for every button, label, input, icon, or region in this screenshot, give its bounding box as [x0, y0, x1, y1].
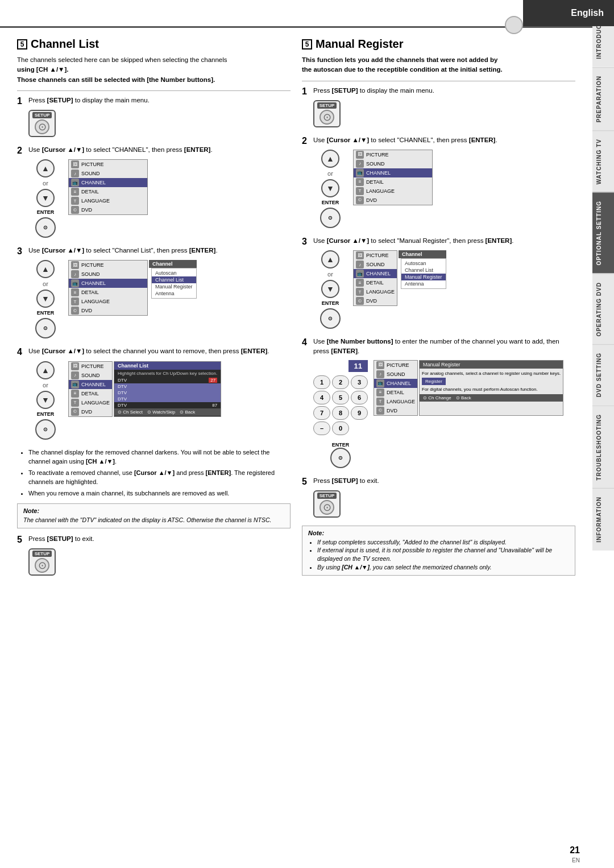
channel-list-title: 5 Channel List — [17, 38, 291, 51]
channel-submenu-mr3: Channel Autoscan Channel List Manual Reg… — [399, 250, 446, 306]
remote-cluster-3: ▲ or ▼ ENTER ⊙ — [28, 260, 63, 338]
channel-number-display: 11 — [349, 360, 368, 372]
number-buttons-group: 11 1 2 3 4 5 6 7 8 9 – 0 — [313, 360, 368, 468]
checkbox-icon: 5 — [17, 39, 27, 49]
sidebar-tab-troubleshooting: TROUBLESHOOTING — [592, 406, 614, 489]
num-0: 0 — [332, 421, 349, 435]
sidebar-tab-preparation: PREPARATION — [592, 67, 614, 130]
cl-step2-illustration: ▲ or ▼ ENTER ⊙ 🖼 PICTURE ♪ SOUND — [28, 159, 291, 238]
manual-register-section: 5 Manual Register This function lets you… — [302, 38, 575, 584]
cursor-down-btn-4: ▼ — [36, 391, 55, 409]
sidebar-tab-dvd-setting: DVD SETTING — [592, 344, 614, 405]
cl-step4-illustration: ▲ or ▼ ENTER ⊙ 🖼PICTURE ♪SOUND 📺CHANNEL … — [28, 361, 291, 440]
cursor-up-btn: ▲ — [36, 159, 55, 177]
mr-step4-screen: 🖼PICTURE ♪SOUND 📺CHANNEL ≡DETAIL TLANGUA… — [374, 360, 563, 416]
divider-1 — [17, 90, 291, 91]
mr-step-4: 4 Use [the Number buttons] to enter the … — [302, 337, 575, 468]
right-sidebar: INTRODUCTION PREPARATION WATCHING TV OPT… — [592, 0, 614, 868]
page-en: EN — [572, 857, 580, 863]
num-dash: – — [313, 421, 330, 435]
mr-step3-menu: 🖼PICTURE ♪SOUND 📺CHANNEL ≡DETAIL TLANGUA… — [353, 250, 446, 306]
accent-line — [0, 26, 592, 28]
mr-step-2: 2 Use [Cursor ▲/▼] to select "CHANNEL", … — [302, 135, 575, 228]
sidebar-tab-operating-dvd: OPERATING DVD — [592, 274, 614, 345]
mr-step4-illustration: 11 1 2 3 4 5 6 7 8 9 – 0 — [313, 360, 575, 468]
menu-row-dvd: © DVD — [69, 205, 147, 214]
remote-cluster-4: ▲ or ▼ ENTER ⊙ — [28, 361, 63, 440]
mr-step-5: 5 Press [SETUP] to exit. SETUP ⊙ — [302, 476, 575, 518]
sound-icon: ♪ — [71, 170, 79, 177]
cursor-up-btn-3: ▲ — [36, 260, 55, 278]
page-number: 21 — [570, 845, 580, 855]
cursor-down-btn-3: ▼ — [36, 290, 55, 308]
cl-step-4: 4 Use [Cursor ▲/▼] to select the channel… — [17, 346, 291, 439]
picture-icon: 🖼 — [71, 160, 79, 168]
menu-screenshot-4: 🖼PICTURE ♪SOUND 📺CHANNEL ≡DETAIL TLANGUA… — [68, 361, 113, 417]
manual-register-intro: This function lets you add the channels … — [302, 55, 575, 75]
cursor-down-btn: ▼ — [36, 189, 55, 207]
cl-step-3: 3 Use [Cursor ▲/▼] to select "Channel Li… — [17, 246, 291, 338]
channel-list-section: 5 Channel List The channels selected her… — [17, 38, 291, 584]
setup-button-illustration-1: SETUP ⊙ — [28, 110, 56, 137]
channel-list-bullets: The channel display for the removed chan… — [28, 448, 291, 498]
cursor-up-btn-4: ▲ — [36, 361, 55, 379]
num-4: 4 — [313, 391, 330, 404]
cl-step3-menu: 🖼 PICTURE ♪ SOUND 📺 CHANNEL ≡ — [68, 260, 197, 316]
mr-step1-illustration: SETUP ⊙ — [313, 100, 575, 127]
dvd-icon: © — [71, 206, 79, 214]
menu-screenshot-3: 🖼 PICTURE ♪ SOUND 📺 CHANNEL ≡ — [68, 260, 148, 316]
channel-list-note: Note: The channel with the "DTV" indicat… — [17, 503, 291, 528]
checkbox-icon-mr: 5 — [302, 39, 312, 49]
num-3: 3 — [351, 375, 368, 389]
num-8: 8 — [332, 406, 349, 420]
mr-step3-illustration: ▲ or ▼ ENTER ⊙ 🖼PICTURE ♪SOUND 📺CHANNEL … — [313, 250, 575, 329]
cl-step1-illustration: SETUP ⊙ — [28, 110, 291, 137]
num-5: 5 — [332, 391, 349, 404]
menu-row-sound: ♪ SOUND — [69, 169, 147, 178]
ch-footer: ⊙ Ch Select ⊙ Watch/Skip ⊙ Back — [114, 408, 221, 416]
detail-icon: ≡ — [71, 188, 79, 196]
num-9: 9 — [351, 406, 368, 420]
sidebar-tab-optional-setting: OPTIONAL SETTING — [592, 192, 614, 274]
mr-step5-illustration: SETUP ⊙ — [313, 490, 575, 518]
manual-register-note: Note: If setup completes successfully, "… — [302, 526, 575, 576]
menu-row-channel: 📺 CHANNEL — [69, 178, 147, 187]
menu-screenshot-2: 🖼 PICTURE ♪ SOUND 📺 CHANNEL ≡ DETAIL — [68, 159, 148, 215]
main-content: 5 Channel List The channels selected her… — [0, 26, 592, 618]
menu-row-detail: ≡ DETAIL — [69, 187, 147, 196]
setup-button-illustration-5: SETUP ⊙ — [28, 548, 56, 576]
top-bar: English — [523, 0, 614, 26]
menu-screenshot-mr4: 🖼PICTURE ♪SOUND 📺CHANNEL ≡DETAIL TLANGUA… — [374, 360, 418, 416]
num-1: 1 — [313, 375, 330, 389]
mr-step-3: 3 Use [Cursor ▲/▼] to select "Manual Reg… — [302, 236, 575, 329]
setup-button-mr-5: SETUP ⊙ — [313, 490, 341, 518]
manual-reg-screenshot: Manual Register For analog channels, sel… — [419, 360, 563, 416]
language-label: English — [571, 8, 604, 18]
number-pad: 1 2 3 4 5 6 7 8 9 – 0 — [313, 375, 368, 435]
manual-register-title: 5 Manual Register — [302, 38, 575, 51]
language-icon: T — [71, 197, 79, 205]
num-7: 7 — [313, 406, 330, 420]
channel-icon: 📺 — [71, 179, 79, 187]
num-2: 2 — [332, 375, 349, 389]
menu-row-language: T LANGUAGE — [69, 196, 147, 205]
setup-button-mr-1: SETUP ⊙ — [313, 100, 341, 127]
channel-submenu-3: Channel Autoscan Channel List Manual Reg… — [149, 260, 197, 316]
cl-step-1: 1 Press [SETUP] to display the main menu… — [17, 96, 291, 137]
cl-step5-illustration: SETUP ⊙ — [28, 548, 291, 576]
cl-step3-illustration: ▲ or ▼ ENTER ⊙ 🖼 PICTURE ♪ — [28, 260, 291, 338]
channel-list-screenshot: Channel List Highlight channels for Ch U… — [114, 361, 221, 417]
enter-btn-4: ⊙ — [35, 419, 56, 440]
num-6: 6 — [351, 391, 368, 404]
cl-step-5: 5 Press [SETUP] to exit. SETUP ⊙ — [17, 534, 291, 576]
enter-btn-mr4: ⊙ — [330, 448, 351, 468]
channel-list-intro: The channels selected here can be skippe… — [17, 55, 291, 85]
enter-btn-3: ⊙ — [35, 318, 56, 338]
menu-screenshot-mr3: 🖼PICTURE ♪SOUND 📺CHANNEL ≡DETAIL TLANGUA… — [353, 250, 397, 306]
remote-cluster-mr3: ▲ or ▼ ENTER ⊙ — [313, 250, 347, 329]
menu-row-picture: 🖼 PICTURE — [69, 160, 147, 169]
mr-step-1: 1 Press [SETUP] to display the main menu… — [302, 86, 575, 127]
remote-cluster-mr2: ▲ or ▼ ENTER ⊙ — [313, 150, 347, 228]
menu-screenshot-mr2: 🖼PICTURE ♪SOUND 📺CHANNEL ≡DETAIL TLANGUA… — [353, 150, 433, 205]
divider-mr-1 — [302, 81, 575, 81]
